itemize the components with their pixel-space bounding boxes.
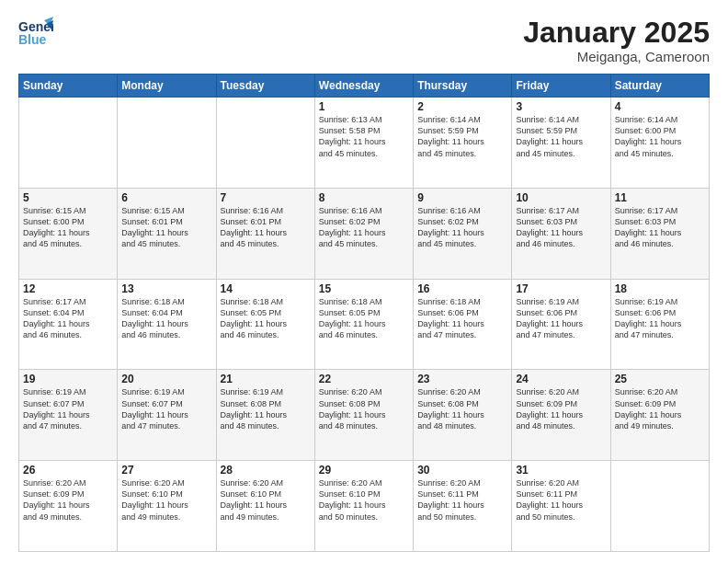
calendar-cell: 16Sunrise: 6:18 AM Sunset: 6:06 PM Dayli…: [414, 279, 512, 370]
weekday-header-friday: Friday: [512, 75, 610, 98]
calendar-cell: [610, 461, 709, 552]
day-info: Sunrise: 6:18 AM Sunset: 6:05 PM Dayligh…: [319, 296, 409, 341]
calendar-cell: 5Sunrise: 6:15 AM Sunset: 6:00 PM Daylig…: [19, 188, 118, 279]
day-number: 3: [516, 100, 606, 113]
calendar-cell: 25Sunrise: 6:20 AM Sunset: 6:09 PM Dayli…: [610, 370, 709, 461]
day-number: 10: [516, 191, 606, 204]
page: General Blue January 2025 Meiganga, Came…: [0, 0, 728, 563]
weekday-header-row: SundayMondayTuesdayWednesdayThursdayFrid…: [19, 75, 710, 98]
day-info: Sunrise: 6:18 AM Sunset: 6:05 PM Dayligh…: [221, 296, 311, 341]
calendar-cell: 31Sunrise: 6:20 AM Sunset: 6:11 PM Dayli…: [512, 461, 610, 552]
calendar-cell: 22Sunrise: 6:20 AM Sunset: 6:08 PM Dayli…: [314, 370, 413, 461]
day-info: Sunrise: 6:19 AM Sunset: 6:07 PM Dayligh…: [121, 386, 211, 431]
calendar-cell: 11Sunrise: 6:17 AM Sunset: 6:03 PM Dayli…: [610, 188, 709, 279]
day-info: Sunrise: 6:20 AM Sunset: 6:10 PM Dayligh…: [221, 477, 311, 523]
weekday-header-sunday: Sunday: [19, 75, 118, 98]
calendar-cell: 30Sunrise: 6:20 AM Sunset: 6:11 PM Dayli…: [414, 461, 512, 552]
calendar-cell: 17Sunrise: 6:19 AM Sunset: 6:06 PM Dayli…: [512, 279, 610, 370]
calendar-cell: 29Sunrise: 6:20 AM Sunset: 6:10 PM Dayli…: [314, 461, 413, 552]
calendar-table: SundayMondayTuesdayWednesdayThursdayFrid…: [18, 74, 710, 552]
day-info: Sunrise: 6:18 AM Sunset: 6:04 PM Dayligh…: [121, 296, 211, 341]
day-number: 7: [221, 191, 311, 204]
calendar-cell: 4Sunrise: 6:14 AM Sunset: 6:00 PM Daylig…: [610, 98, 709, 189]
weekday-header-tuesday: Tuesday: [216, 75, 314, 98]
calendar-cell: 6Sunrise: 6:15 AM Sunset: 6:01 PM Daylig…: [118, 188, 216, 279]
day-info: Sunrise: 6:20 AM Sunset: 6:10 PM Dayligh…: [121, 477, 211, 523]
day-info: Sunrise: 6:20 AM Sunset: 6:11 PM Dayligh…: [516, 477, 606, 523]
day-number: 21: [221, 373, 311, 385]
weekday-header-wednesday: Wednesday: [314, 75, 413, 98]
day-info: Sunrise: 6:19 AM Sunset: 6:07 PM Dayligh…: [23, 386, 113, 431]
day-info: Sunrise: 6:20 AM Sunset: 6:08 PM Dayligh…: [417, 386, 507, 431]
page-title: January 2025: [523, 17, 710, 49]
day-number: 5: [23, 191, 113, 204]
calendar-cell: 1Sunrise: 6:13 AM Sunset: 5:58 PM Daylig…: [314, 98, 413, 189]
calendar-cell: 27Sunrise: 6:20 AM Sunset: 6:10 PM Dayli…: [118, 461, 216, 552]
calendar-week-1: 5Sunrise: 6:15 AM Sunset: 6:00 PM Daylig…: [19, 188, 710, 279]
day-info: Sunrise: 6:14 AM Sunset: 5:59 PM Dayligh…: [516, 114, 606, 159]
day-info: Sunrise: 6:16 AM Sunset: 6:01 PM Dayligh…: [221, 205, 311, 250]
day-info: Sunrise: 6:15 AM Sunset: 6:00 PM Dayligh…: [23, 205, 113, 250]
day-info: Sunrise: 6:20 AM Sunset: 6:09 PM Dayligh…: [23, 477, 113, 523]
day-info: Sunrise: 6:20 AM Sunset: 6:09 PM Dayligh…: [516, 386, 606, 431]
calendar-week-3: 19Sunrise: 6:19 AM Sunset: 6:07 PM Dayli…: [19, 370, 710, 461]
weekday-header-thursday: Thursday: [414, 75, 512, 98]
day-info: Sunrise: 6:14 AM Sunset: 6:00 PM Dayligh…: [615, 114, 705, 159]
day-info: Sunrise: 6:18 AM Sunset: 6:06 PM Dayligh…: [417, 296, 507, 341]
day-info: Sunrise: 6:15 AM Sunset: 6:01 PM Dayligh…: [121, 205, 211, 250]
calendar-week-2: 12Sunrise: 6:17 AM Sunset: 6:04 PM Dayli…: [19, 279, 710, 370]
day-info: Sunrise: 6:20 AM Sunset: 6:11 PM Dayligh…: [417, 477, 507, 523]
weekday-header-monday: Monday: [118, 75, 216, 98]
day-number: 2: [417, 100, 507, 113]
day-number: 4: [615, 100, 705, 113]
day-info: Sunrise: 6:17 AM Sunset: 6:04 PM Dayligh…: [23, 296, 113, 341]
day-info: Sunrise: 6:19 AM Sunset: 6:08 PM Dayligh…: [221, 386, 311, 431]
calendar-cell: 24Sunrise: 6:20 AM Sunset: 6:09 PM Dayli…: [512, 370, 610, 461]
day-number: 13: [121, 282, 211, 295]
day-number: 19: [23, 373, 113, 385]
day-number: 17: [516, 282, 606, 295]
day-number: 14: [221, 282, 311, 295]
calendar-cell: 12Sunrise: 6:17 AM Sunset: 6:04 PM Dayli…: [19, 279, 118, 370]
day-info: Sunrise: 6:14 AM Sunset: 5:59 PM Dayligh…: [417, 114, 507, 159]
day-number: 23: [417, 373, 507, 385]
logo: General Blue: [18, 17, 53, 46]
day-number: 29: [319, 464, 409, 477]
title-area: January 2025 Meiganga, Cameroon: [523, 17, 710, 64]
day-info: Sunrise: 6:19 AM Sunset: 6:06 PM Dayligh…: [615, 296, 705, 341]
calendar-cell: 3Sunrise: 6:14 AM Sunset: 5:59 PM Daylig…: [512, 98, 610, 189]
day-number: 25: [615, 373, 705, 385]
calendar-cell: 21Sunrise: 6:19 AM Sunset: 6:08 PM Dayli…: [216, 370, 314, 461]
day-number: 15: [319, 282, 409, 295]
day-number: 6: [121, 191, 211, 204]
calendar-week-0: 1Sunrise: 6:13 AM Sunset: 5:58 PM Daylig…: [19, 98, 710, 189]
weekday-header-saturday: Saturday: [610, 75, 709, 98]
day-number: 18: [615, 282, 705, 295]
page-subtitle: Meiganga, Cameroon: [523, 49, 710, 64]
day-number: 9: [417, 191, 507, 204]
day-number: 8: [319, 191, 409, 204]
calendar-cell: [216, 98, 314, 189]
logo-icon: General Blue: [18, 17, 53, 46]
day-number: 27: [121, 464, 211, 477]
day-info: Sunrise: 6:13 AM Sunset: 5:58 PM Dayligh…: [319, 114, 409, 159]
calendar-cell: 2Sunrise: 6:14 AM Sunset: 5:59 PM Daylig…: [414, 98, 512, 189]
calendar-cell: [118, 98, 216, 189]
calendar-cell: 26Sunrise: 6:20 AM Sunset: 6:09 PM Dayli…: [19, 461, 118, 552]
calendar-cell: 19Sunrise: 6:19 AM Sunset: 6:07 PM Dayli…: [19, 370, 118, 461]
day-number: 28: [221, 464, 311, 477]
calendar-cell: 9Sunrise: 6:16 AM Sunset: 6:02 PM Daylig…: [414, 188, 512, 279]
calendar-cell: 13Sunrise: 6:18 AM Sunset: 6:04 PM Dayli…: [118, 279, 216, 370]
day-number: 31: [516, 464, 606, 477]
calendar-cell: 14Sunrise: 6:18 AM Sunset: 6:05 PM Dayli…: [216, 279, 314, 370]
day-number: 30: [417, 464, 507, 477]
calendar-cell: [19, 98, 118, 189]
day-number: 24: [516, 373, 606, 385]
header: General Blue January 2025 Meiganga, Came…: [18, 17, 710, 64]
day-info: Sunrise: 6:17 AM Sunset: 6:03 PM Dayligh…: [516, 205, 606, 250]
calendar-cell: 15Sunrise: 6:18 AM Sunset: 6:05 PM Dayli…: [314, 279, 413, 370]
day-info: Sunrise: 6:16 AM Sunset: 6:02 PM Dayligh…: [417, 205, 507, 250]
calendar-cell: 10Sunrise: 6:17 AM Sunset: 6:03 PM Dayli…: [512, 188, 610, 279]
calendar-cell: 20Sunrise: 6:19 AM Sunset: 6:07 PM Dayli…: [118, 370, 216, 461]
day-number: 16: [417, 282, 507, 295]
